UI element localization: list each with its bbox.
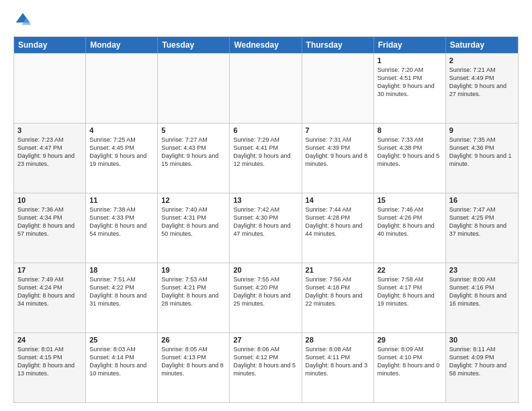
calendar-week-4: 17Sunrise: 7:49 AM Sunset: 4:24 PM Dayli… [14, 263, 518, 332]
day-cell-22: 22Sunrise: 7:58 AM Sunset: 4:17 PM Dayli… [374, 263, 446, 332]
day-cell-20: 20Sunrise: 7:55 AM Sunset: 4:20 PM Dayli… [230, 263, 302, 332]
day-info: Sunrise: 8:08 AM Sunset: 4:11 PM Dayligh… [306, 345, 370, 378]
empty-cell [158, 54, 230, 123]
day-number: 11 [89, 196, 154, 204]
day-number: 3 [17, 126, 82, 134]
calendar: SundayMondayTuesdayWednesdayThursdayFrid… [13, 36, 519, 403]
day-number: 10 [17, 196, 82, 204]
day-cell-23: 23Sunrise: 8:00 AM Sunset: 4:16 PM Dayli… [446, 263, 518, 332]
day-cell-2: 2Sunrise: 7:21 AM Sunset: 4:49 PM Daylig… [446, 54, 518, 123]
day-number: 8 [378, 126, 442, 134]
day-info: Sunrise: 7:21 AM Sunset: 4:49 PM Dayligh… [449, 66, 515, 99]
day-number: 17 [17, 266, 82, 274]
day-cell-16: 16Sunrise: 7:47 AM Sunset: 4:25 PM Dayli… [446, 193, 518, 263]
day-info: Sunrise: 7:35 AM Sunset: 4:36 PM Dayligh… [449, 136, 515, 169]
day-info: Sunrise: 7:40 AM Sunset: 4:31 PM Dayligh… [161, 205, 226, 238]
day-info: Sunrise: 7:20 AM Sunset: 4:51 PM Dayligh… [378, 66, 442, 99]
day-info: Sunrise: 7:46 AM Sunset: 4:26 PM Dayligh… [378, 205, 442, 238]
calendar-body: 1Sunrise: 7:20 AM Sunset: 4:51 PM Daylig… [14, 53, 518, 402]
day-cell-25: 25Sunrise: 8:03 AM Sunset: 4:14 PM Dayli… [86, 333, 158, 402]
day-number: 16 [449, 196, 515, 204]
day-info: Sunrise: 8:05 AM Sunset: 4:13 PM Dayligh… [161, 345, 226, 378]
day-number: 19 [161, 266, 226, 274]
day-number: 15 [378, 196, 442, 204]
day-cell-15: 15Sunrise: 7:46 AM Sunset: 4:26 PM Dayli… [374, 193, 446, 263]
day-info: Sunrise: 7:42 AM Sunset: 4:30 PM Dayligh… [233, 205, 298, 238]
day-number: 2 [449, 56, 515, 64]
day-cell-11: 11Sunrise: 7:38 AM Sunset: 4:33 PM Dayli… [86, 193, 158, 263]
day-number: 20 [233, 266, 298, 274]
logo-icon [13, 11, 32, 30]
day-info: Sunrise: 7:49 AM Sunset: 4:24 PM Dayligh… [17, 275, 82, 308]
day-cell-1: 1Sunrise: 7:20 AM Sunset: 4:51 PM Daylig… [374, 54, 446, 123]
day-info: Sunrise: 7:55 AM Sunset: 4:20 PM Dayligh… [233, 275, 298, 308]
day-cell-27: 27Sunrise: 8:06 AM Sunset: 4:12 PM Dayli… [230, 333, 302, 402]
day-cell-28: 28Sunrise: 8:08 AM Sunset: 4:11 PM Dayli… [302, 333, 374, 402]
header-day-wednesday: Wednesday [230, 37, 302, 53]
empty-cell [230, 54, 302, 123]
day-info: Sunrise: 7:44 AM Sunset: 4:28 PM Dayligh… [306, 205, 370, 238]
day-number: 9 [449, 126, 515, 134]
day-number: 7 [306, 126, 370, 134]
header-day-friday: Friday [374, 37, 446, 53]
day-cell-12: 12Sunrise: 7:40 AM Sunset: 4:31 PM Dayli… [158, 193, 230, 263]
empty-cell [302, 54, 374, 123]
day-info: Sunrise: 7:51 AM Sunset: 4:22 PM Dayligh… [89, 275, 154, 308]
day-info: Sunrise: 7:38 AM Sunset: 4:33 PM Dayligh… [89, 205, 154, 238]
day-info: Sunrise: 8:11 AM Sunset: 4:09 PM Dayligh… [449, 345, 515, 378]
day-info: Sunrise: 8:09 AM Sunset: 4:10 PM Dayligh… [378, 345, 442, 378]
day-cell-3: 3Sunrise: 7:23 AM Sunset: 4:47 PM Daylig… [14, 124, 86, 193]
day-info: Sunrise: 8:06 AM Sunset: 4:12 PM Dayligh… [233, 345, 298, 378]
day-info: Sunrise: 7:33 AM Sunset: 4:38 PM Dayligh… [378, 136, 442, 169]
day-cell-26: 26Sunrise: 8:05 AM Sunset: 4:13 PM Dayli… [158, 333, 230, 402]
day-info: Sunrise: 7:23 AM Sunset: 4:47 PM Dayligh… [17, 136, 82, 169]
day-info: Sunrise: 7:29 AM Sunset: 4:41 PM Dayligh… [233, 136, 298, 169]
day-cell-17: 17Sunrise: 7:49 AM Sunset: 4:24 PM Dayli… [14, 263, 86, 332]
day-info: Sunrise: 7:31 AM Sunset: 4:39 PM Dayligh… [306, 136, 370, 169]
day-cell-10: 10Sunrise: 7:36 AM Sunset: 4:34 PM Dayli… [14, 193, 86, 263]
day-number: 18 [89, 266, 154, 274]
day-number: 28 [306, 336, 370, 344]
day-number: 26 [161, 336, 226, 344]
empty-cell [14, 54, 86, 123]
header-day-tuesday: Tuesday [158, 37, 230, 53]
day-number: 23 [449, 266, 515, 274]
day-info: Sunrise: 8:00 AM Sunset: 4:16 PM Dayligh… [449, 275, 515, 308]
day-number: 6 [233, 126, 298, 134]
day-info: Sunrise: 7:47 AM Sunset: 4:25 PM Dayligh… [449, 205, 515, 238]
day-info: Sunrise: 8:03 AM Sunset: 4:14 PM Dayligh… [89, 345, 154, 378]
day-number: 30 [449, 336, 515, 344]
day-number: 24 [17, 336, 82, 344]
header-day-saturday: Saturday [446, 37, 518, 53]
calendar-week-1: 1Sunrise: 7:20 AM Sunset: 4:51 PM Daylig… [14, 53, 518, 123]
day-info: Sunrise: 7:58 AM Sunset: 4:17 PM Dayligh… [378, 275, 442, 308]
calendar-week-3: 10Sunrise: 7:36 AM Sunset: 4:34 PM Dayli… [14, 193, 518, 263]
day-info: Sunrise: 7:36 AM Sunset: 4:34 PM Dayligh… [17, 205, 82, 238]
day-info: Sunrise: 7:25 AM Sunset: 4:45 PM Dayligh… [89, 136, 154, 169]
day-number: 4 [89, 126, 154, 134]
day-number: 13 [233, 196, 298, 204]
day-number: 25 [89, 336, 154, 344]
day-cell-8: 8Sunrise: 7:33 AM Sunset: 4:38 PM Daylig… [374, 124, 446, 193]
day-number: 12 [161, 196, 226, 204]
day-info: Sunrise: 8:01 AM Sunset: 4:15 PM Dayligh… [17, 345, 82, 378]
header-day-thursday: Thursday [302, 37, 374, 53]
day-number: 1 [378, 56, 442, 64]
day-cell-6: 6Sunrise: 7:29 AM Sunset: 4:41 PM Daylig… [230, 124, 302, 193]
day-cell-7: 7Sunrise: 7:31 AM Sunset: 4:39 PM Daylig… [302, 124, 374, 193]
header-day-monday: Monday [86, 37, 158, 53]
day-number: 22 [378, 266, 442, 274]
day-info: Sunrise: 7:53 AM Sunset: 4:21 PM Dayligh… [161, 275, 226, 308]
calendar-week-2: 3Sunrise: 7:23 AM Sunset: 4:47 PM Daylig… [14, 123, 518, 193]
day-cell-9: 9Sunrise: 7:35 AM Sunset: 4:36 PM Daylig… [446, 124, 518, 193]
day-cell-4: 4Sunrise: 7:25 AM Sunset: 4:45 PM Daylig… [86, 124, 158, 193]
day-cell-24: 24Sunrise: 8:01 AM Sunset: 4:15 PM Dayli… [14, 333, 86, 402]
day-number: 21 [306, 266, 370, 274]
calendar-header: SundayMondayTuesdayWednesdayThursdayFrid… [14, 37, 518, 53]
day-number: 27 [233, 336, 298, 344]
empty-cell [86, 54, 158, 123]
day-cell-29: 29Sunrise: 8:09 AM Sunset: 4:10 PM Dayli… [374, 333, 446, 402]
day-number: 29 [378, 336, 442, 344]
day-cell-14: 14Sunrise: 7:44 AM Sunset: 4:28 PM Dayli… [302, 193, 374, 263]
day-cell-13: 13Sunrise: 7:42 AM Sunset: 4:30 PM Dayli… [230, 193, 302, 263]
